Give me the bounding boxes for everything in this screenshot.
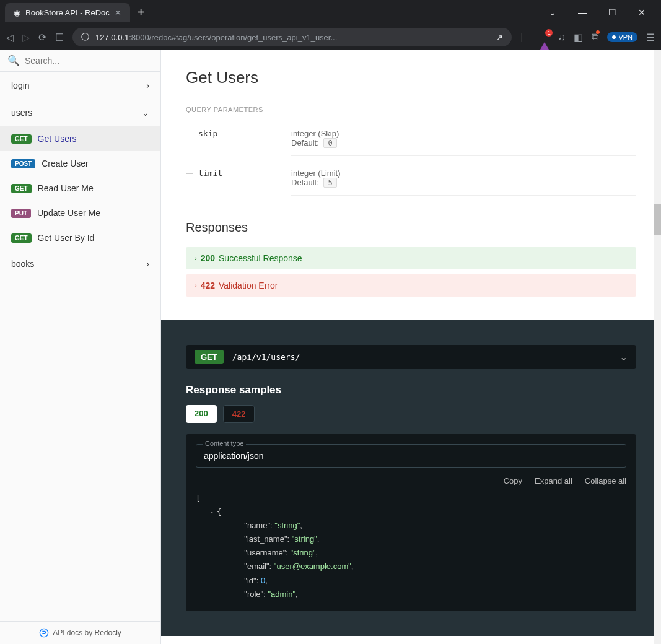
method-badge: GET — [11, 134, 32, 144]
default-value: 0 — [323, 138, 336, 148]
content-type-box[interactable]: Content type application/json — [196, 444, 626, 468]
chevron-right-icon: › — [195, 282, 197, 289]
endpoint-method-badge: GET — [195, 350, 224, 364]
url-text: 127.0.0.1:8000/redoc#tag/users/operation… — [95, 33, 337, 42]
expand-all-button[interactable]: Expand all — [535, 476, 572, 485]
chevron-down-icon[interactable]: ⌄ — [543, 7, 562, 17]
response-samples-title: Response samples — [186, 384, 636, 396]
bookmark-icon[interactable]: ☐ — [55, 32, 64, 43]
responses-title: Responses — [186, 220, 636, 235]
sidebar-toggle-icon[interactable]: ◧ — [574, 32, 583, 43]
nav-item[interactable]: PUTUpdate User Me — [0, 201, 160, 225]
sample-tab-200[interactable]: 200 — [186, 405, 217, 423]
query-params-label: QUERY PARAMETERS — [186, 106, 636, 116]
collapse-all-button[interactable]: Collapse all — [585, 476, 626, 485]
nav-section-books[interactable]: books› — [0, 250, 160, 277]
redoc-app: 🔍 login›users⌄GETGet UsersPOSTCreate Use… — [0, 50, 661, 644]
search-icon: 🔍 — [7, 54, 20, 66]
nav-list: login›users⌄GETGet UsersPOSTCreate UserG… — [0, 72, 160, 621]
rewards-icon[interactable]: 1 — [540, 32, 549, 43]
content-type-value: application/json — [204, 451, 618, 461]
search-input[interactable] — [25, 56, 153, 66]
share-icon[interactable]: ↗ — [496, 33, 503, 42]
browser-chrome: ◉ BookStore API - ReDoc ✕ + ⌄ — ☐ ✕ ◁ ▷ … — [0, 0, 661, 50]
nav-section-users[interactable]: users⌄ — [0, 99, 160, 126]
chevron-right-icon: › — [195, 255, 197, 262]
param-name: skip — [186, 129, 291, 156]
nav-item[interactable]: GETGet User By Id — [0, 225, 160, 250]
sample-tab-422[interactable]: 422 — [223, 405, 255, 423]
svg-point-0 — [40, 629, 48, 637]
page-title: Get Users — [186, 68, 636, 87]
param-details: integer (Skip)Default: 0 — [291, 129, 636, 156]
nav-item-label: Read User Me — [38, 183, 94, 193]
search-box[interactable]: 🔍 — [0, 50, 160, 72]
sample-tabs: 200422 — [186, 405, 636, 423]
tab-bar: ◉ BookStore API - ReDoc ✕ + ⌄ — ☐ ✕ — [0, 0, 661, 25]
nav-item-label: Create User — [42, 159, 88, 168]
tab-title: BookStore API - ReDoc — [25, 8, 110, 17]
redocly-icon — [39, 628, 49, 638]
chevron-icon: ⌄ — [142, 108, 149, 118]
json-sample[interactable]: [ -{ "name": "string", "last_name": "str… — [196, 492, 626, 601]
copy-button[interactable]: Copy — [504, 476, 522, 485]
tab-fav-icon: ◉ — [14, 8, 20, 17]
sidebar-footer[interactable]: API docs by Redocly — [0, 621, 160, 644]
method-badge: GET — [11, 184, 32, 193]
browser-tab[interactable]: ◉ BookStore API - ReDoc ✕ — [5, 3, 130, 22]
pip-icon[interactable]: ⧉ — [592, 32, 598, 43]
new-tab-button[interactable]: + — [138, 6, 145, 20]
content: Get Users QUERY PARAMETERS skipinteger (… — [161, 50, 661, 644]
main-menu-icon[interactable]: ☰ — [646, 32, 655, 43]
endpoint-bar[interactable]: GET /api/v1/users/ ⌄ — [186, 345, 636, 369]
content-type-label: Content type — [203, 440, 246, 447]
scrollbar-thumb[interactable] — [654, 204, 661, 235]
method-badge: PUT — [11, 209, 31, 218]
default-value: 5 — [323, 178, 336, 188]
maximize-button[interactable]: ☐ — [603, 7, 621, 17]
nav-item-label: Get User By Id — [38, 233, 95, 243]
nav-item[interactable]: GETRead User Me — [0, 176, 160, 201]
samples-panel: GET /api/v1/users/ ⌄ Response samples 20… — [161, 320, 661, 636]
minimize-button[interactable]: — — [573, 7, 592, 17]
music-icon[interactable]: ♫ — [558, 32, 565, 43]
nav-item[interactable]: POSTCreate User — [0, 151, 160, 176]
nav-bar: ◁ ▷ ⟳ ☐ ⓘ 127.0.0.1:8000/redoc#tag/users… — [0, 25, 661, 50]
param-details: integer (Limit)Default: 5 — [291, 168, 636, 196]
param-row: limitinteger (Limit)Default: 5 — [186, 168, 636, 196]
sidebar: 🔍 login›users⌄GETGet UsersPOSTCreate Use… — [0, 50, 161, 644]
nav-item-label: Get Users — [38, 134, 77, 144]
window-controls: ⌄ — ☐ ✕ — [543, 7, 656, 17]
method-badge: GET — [11, 233, 32, 243]
chevron-icon: › — [146, 259, 149, 269]
sample-box: Content type application/json Copy Expan… — [186, 434, 636, 611]
nav-item[interactable]: GETGet Users — [0, 126, 160, 151]
vpn-button[interactable]: VPN — [607, 32, 637, 42]
chevron-icon: › — [146, 80, 149, 90]
close-window-button[interactable]: ✕ — [633, 7, 651, 17]
back-button[interactable]: ◁ — [6, 32, 14, 43]
method-badge: POST — [11, 159, 35, 168]
forward-button[interactable]: ▷ — [22, 32, 30, 43]
scrollbar-track[interactable] — [654, 50, 661, 644]
collapse-toggle[interactable]: - — [210, 507, 212, 516]
reload-button[interactable]: ⟳ — [38, 32, 46, 43]
response-422[interactable]: › 422 Validation Error — [186, 274, 636, 297]
nav-section-login[interactable]: login› — [0, 72, 160, 99]
param-name: limit — [186, 168, 291, 196]
operation-panel: Get Users QUERY PARAMETERS skipinteger (… — [161, 50, 661, 320]
response-200[interactable]: › 200 Successful Response — [186, 247, 636, 269]
url-bar[interactable]: ⓘ 127.0.0.1:8000/redoc#tag/users/operati… — [72, 28, 512, 46]
param-row: skipinteger (Skip)Default: 0 — [186, 129, 636, 156]
endpoint-path: /api/v1/users/ — [232, 352, 619, 362]
site-info-icon[interactable]: ⓘ — [81, 32, 89, 43]
code-actions: Copy Expand all Collapse all — [196, 476, 626, 485]
chevron-down-icon: ⌄ — [619, 351, 628, 363]
nav-item-label: Update User Me — [37, 208, 100, 218]
tab-close-icon[interactable]: ✕ — [115, 8, 121, 17]
